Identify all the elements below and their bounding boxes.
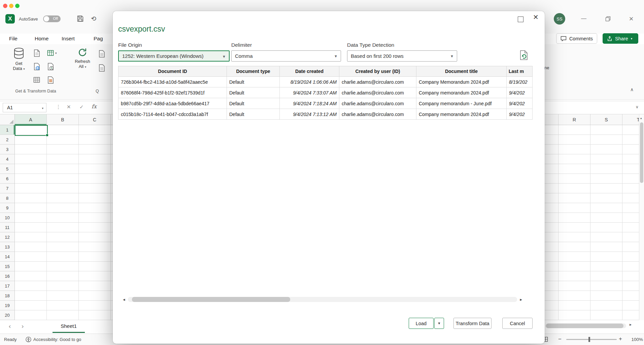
row-header-18[interactable]: 18 — [0, 291, 14, 301]
row-header-10[interactable]: 10 — [0, 213, 14, 223]
row-header-19[interactable]: 19 — [0, 301, 14, 310]
ribbon-partial-icon[interactable] — [98, 64, 105, 73]
data-type-detection-select[interactable]: Based on first 200 rows ▼ — [347, 50, 457, 62]
from-web-icon[interactable] — [33, 63, 40, 72]
load-split-button[interactable]: ▼ — [434, 318, 444, 329]
from-table-range-icon[interactable] — [47, 49, 54, 59]
menu-file[interactable]: File — [9, 36, 18, 42]
row-header-11[interactable]: 11 — [0, 223, 14, 232]
row-header-16[interactable]: 16 — [0, 271, 14, 281]
ribbon-partial-icon[interactable] — [98, 50, 105, 59]
column-header-C[interactable]: C — [79, 114, 111, 125]
column-header-R[interactable]: R — [558, 114, 590, 125]
preview-scroll-thumb[interactable] — [132, 297, 290, 302]
avatar[interactable]: SS — [554, 13, 565, 25]
window-close-icon[interactable]: ✕ — [629, 15, 634, 23]
cancel-button[interactable]: Cancel — [502, 318, 533, 329]
scroll-right-icon[interactable]: ▸ — [630, 322, 632, 327]
row-header-1[interactable]: 1 — [0, 125, 14, 135]
preview-hscrollbar[interactable]: ◂ ▸ — [123, 296, 522, 302]
row-header-17[interactable]: 17 — [0, 281, 14, 291]
scroll-up-icon[interactable]: ▴ — [640, 116, 642, 120]
prev-sheet-icon[interactable]: ‹ — [9, 322, 11, 330]
row-header-20[interactable]: 20 — [0, 310, 14, 320]
traffic-light-close[interactable] — [3, 4, 7, 8]
zoom-level[interactable]: 100% — [626, 337, 643, 342]
row-header-12[interactable]: 12 — [0, 232, 14, 242]
get-data-button[interactable]: Get Data ▾ — [7, 47, 30, 72]
refresh-preview-icon[interactable] — [519, 50, 528, 62]
window-restore-icon[interactable] — [605, 16, 611, 23]
zoom-slider-thumb[interactable] — [588, 337, 590, 342]
hscroll-thumb[interactable] — [546, 323, 623, 328]
load-button[interactable]: Load — [409, 318, 434, 329]
vertical-scrollbar[interactable]: ▴ — [639, 114, 644, 320]
row-header-9[interactable]: 9 — [0, 203, 14, 213]
preview-table-cell: 876068f4-798d-425f-b1f2-92ef17539d1f — [118, 87, 227, 98]
data-table-icon[interactable] — [33, 76, 40, 85]
selected-cell-a1[interactable] — [15, 125, 48, 136]
cancel-entry-icon[interactable]: ✕ — [67, 104, 71, 110]
collapse-ribbon-icon[interactable]: ∧ — [630, 87, 634, 92]
refresh-all-button[interactable]: Refresh All ▾ — [70, 47, 95, 70]
file-origin-label: File Origin — [118, 42, 142, 48]
preview-table-container: Document IDDocument typeDate createdCrea… — [118, 66, 532, 120]
row-header-7[interactable]: 7 — [0, 184, 14, 193]
comments-button[interactable]: Comments — [556, 33, 597, 44]
page-icon — [98, 64, 105, 72]
row-header-6[interactable]: 6 — [0, 174, 14, 184]
insert-function-icon[interactable]: fx — [92, 103, 97, 110]
column-header-S[interactable]: S — [590, 114, 622, 125]
chevron-down-icon: ▼ — [334, 54, 338, 58]
dialog-close-icon[interactable]: ✕ — [533, 13, 539, 21]
dialog-maximize-icon[interactable] — [518, 16, 523, 22]
delimiter-select[interactable]: Comma ▼ — [231, 50, 341, 62]
sheet-tab-sheet1[interactable]: Sheet1 — [53, 320, 85, 333]
accessibility-status[interactable]: Accessibility: Good to go — [33, 337, 81, 342]
zoom-in-button[interactable]: + — [619, 336, 622, 342]
save-icon[interactable] — [77, 15, 84, 24]
menu-home[interactable]: Home — [35, 36, 48, 42]
autosave-toggle[interactable]: Off — [43, 15, 61, 22]
column-header-A[interactable]: A — [15, 114, 47, 125]
menu-insert[interactable]: Insert — [62, 36, 75, 42]
share-button[interactable]: Share ▾ — [603, 33, 638, 44]
menu-page-layout[interactable]: Pag — [94, 36, 103, 42]
scroll-right-icon[interactable]: ▸ — [520, 297, 522, 302]
traffic-light-zoom[interactable] — [15, 4, 20, 8]
zoom-out-button[interactable]: − — [558, 336, 562, 343]
undo-icon[interactable]: ⟲ — [91, 15, 96, 23]
row-header-2[interactable]: 2 — [0, 135, 14, 145]
preview-scroll-track[interactable] — [128, 297, 517, 302]
column-header-B[interactable]: B — [47, 114, 79, 125]
fill-handle[interactable] — [46, 134, 48, 137]
more-options-icon[interactable]: ⋮ — [56, 104, 61, 110]
file-origin-select[interactable]: 1252: Western European (Windows) ▼ — [118, 50, 230, 62]
zoom-slider[interactable] — [566, 339, 617, 340]
next-sheet-icon[interactable]: › — [22, 322, 24, 330]
row-header-15[interactable]: 15 — [0, 262, 14, 271]
name-box[interactable]: A1 ▾ — [3, 103, 46, 112]
row-header-14[interactable]: 14 — [0, 252, 14, 262]
refresh-label-1: Refresh — [75, 59, 90, 64]
column-header-T[interactable]: T — [622, 114, 639, 125]
select-all-corner[interactable] — [0, 114, 15, 125]
traffic-light-minimize[interactable] — [9, 4, 13, 8]
window-minimize-icon[interactable]: — — [581, 15, 586, 22]
transform-data-button[interactable]: Transform Data — [453, 318, 492, 329]
horizontal-scrollbar[interactable] — [545, 323, 626, 328]
collapse-formula-bar-icon[interactable]: ∨ — [636, 105, 639, 109]
row-header-3[interactable]: 3 — [0, 145, 14, 154]
row-header-13[interactable]: 13 — [0, 242, 14, 252]
scroll-left-icon[interactable]: ◂ — [123, 297, 125, 302]
from-text-csv-icon[interactable] — [33, 49, 40, 59]
row-header-5[interactable]: 5 — [0, 164, 14, 174]
excel-app-icon: X — [5, 14, 15, 24]
vscroll-thumb[interactable] — [640, 122, 643, 183]
preview-column-header: Document type — [227, 66, 280, 77]
confirm-entry-icon[interactable]: ✓ — [79, 104, 84, 110]
row-header-8[interactable]: 8 — [0, 193, 14, 203]
recent-sources-icon[interactable] — [47, 63, 54, 72]
row-header-4[interactable]: 4 — [0, 154, 14, 164]
existing-connections-icon[interactable] — [47, 76, 54, 85]
